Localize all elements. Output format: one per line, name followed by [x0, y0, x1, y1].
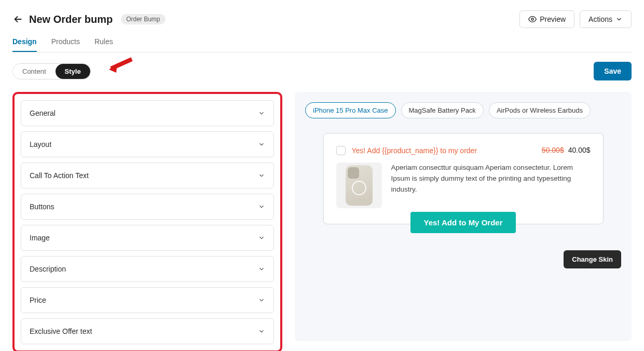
accordion-description[interactable]: Description	[21, 256, 274, 282]
product-image	[336, 163, 382, 208]
actions-button[interactable]: Actions	[580, 10, 632, 28]
chevron-down-icon	[258, 203, 265, 210]
offer-top-row: Yes! Add {{product_name}} to my order 50…	[336, 146, 591, 155]
header-left: New Order bump Order Bump	[12, 14, 166, 25]
offer-card: Yes! Add {{product_name}} to my order 50…	[323, 133, 604, 224]
chevron-down-icon	[258, 172, 265, 179]
header-right: Preview Actions	[519, 10, 632, 28]
change-skin-button[interactable]: Change Skin	[564, 250, 621, 268]
eye-icon	[528, 15, 537, 23]
subheader: Content Style Save	[12, 62, 632, 80]
preview-panel: iPhone 15 Pro Max Case MagSafe Battery P…	[295, 92, 632, 341]
accordion-price[interactable]: Price	[21, 287, 274, 313]
tab-design[interactable]: Design	[12, 37, 37, 52]
accordion-label: Buttons	[30, 203, 54, 211]
chevron-down-icon	[258, 265, 265, 273]
accordion-label: Description	[30, 265, 66, 273]
chevron-down-icon	[258, 141, 265, 148]
page-header: New Order bump Order Bump Preview Action…	[12, 10, 632, 28]
offer-description: Aperiam consecttur quisquam Aperiam cons…	[391, 163, 591, 195]
offer-body: Aperiam consecttur quisquam Aperiam cons…	[336, 163, 591, 208]
accordion-layout[interactable]: Layout	[21, 131, 274, 157]
svg-point-0	[531, 18, 533, 20]
product-pill-airpods[interactable]: AirPods or Wireless Earbuds	[489, 102, 591, 118]
offer-price: 50.00$ 40.00$	[542, 146, 591, 154]
preview-button[interactable]: Preview	[519, 10, 574, 28]
accordion-label: Price	[30, 296, 46, 304]
chevron-down-icon	[615, 16, 623, 23]
accordion-general[interactable]: General	[21, 100, 274, 126]
product-pill-row: iPhone 15 Pro Max Case MagSafe Battery P…	[305, 102, 621, 118]
toggle-content[interactable]: Content	[13, 64, 56, 79]
old-price: 50.00$	[542, 146, 564, 154]
chevron-down-icon	[258, 234, 265, 241]
style-accordion-panel: General Layout Call To Action Text Butto…	[12, 92, 282, 351]
tabs-row: Design Products Rules	[12, 37, 632, 52]
actions-label: Actions	[588, 15, 612, 23]
accordion-image[interactable]: Image	[21, 225, 274, 251]
add-to-order-button[interactable]: Yes! Add to My Order	[410, 212, 516, 233]
tab-rules[interactable]: Rules	[94, 37, 113, 52]
chevron-down-icon	[258, 296, 265, 304]
page-title: New Order bump	[29, 14, 113, 25]
tab-products[interactable]: Products	[51, 37, 80, 52]
back-arrow-icon[interactable]	[12, 14, 24, 25]
accordion-buttons[interactable]: Buttons	[21, 194, 274, 220]
accordion-label: Exclusive Offer text	[30, 327, 92, 335]
accordion-exclusive-offer[interactable]: Exclusive Offer text	[21, 318, 274, 344]
product-pill-iphone-case[interactable]: iPhone 15 Pro Max Case	[305, 102, 396, 118]
main-content: General Layout Call To Action Text Butto…	[12, 92, 632, 351]
red-arrow-annotation	[106, 55, 137, 76]
product-pill-magsafe[interactable]: MagSafe Battery Pack	[401, 102, 484, 118]
offer-checkbox[interactable]	[336, 146, 346, 155]
phone-case-icon	[346, 165, 373, 206]
accordion-cta-text[interactable]: Call To Action Text	[21, 163, 274, 188]
accordion-label: General	[30, 109, 56, 117]
new-price: 40.00$	[568, 146, 591, 154]
order-bump-badge: Order Bump	[121, 14, 165, 24]
chevron-down-icon	[258, 328, 265, 335]
toggle-style[interactable]: Style	[56, 64, 90, 79]
offer-check-row: Yes! Add {{product_name}} to my order	[336, 146, 477, 155]
chevron-down-icon	[258, 110, 265, 117]
content-style-toggle: Content Style	[12, 63, 91, 79]
accordion-label: Call To Action Text	[30, 171, 89, 180]
offer-cta-text: Yes! Add {{product_name}} to my order	[352, 146, 477, 155]
accordion-label: Image	[30, 234, 50, 242]
preview-label: Preview	[540, 15, 566, 23]
save-button[interactable]: Save	[594, 62, 632, 80]
accordion-label: Layout	[30, 140, 51, 148]
